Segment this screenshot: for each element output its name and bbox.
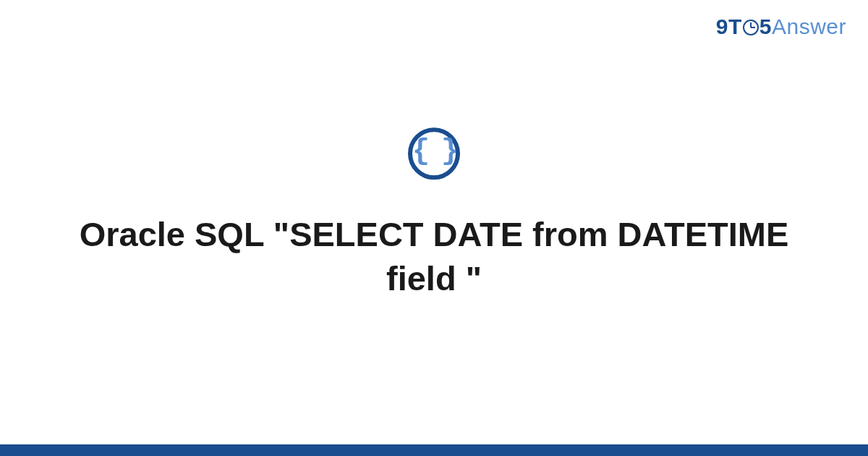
logo-prefix: 9T [716, 14, 742, 38]
footer-bar [0, 444, 868, 456]
main-content: { } Oracle SQL "SELECT DATE from DATETIM… [0, 127, 868, 300]
site-logo: 9T5Answer [716, 14, 846, 39]
page-title: Oracle SQL "SELECT DATE from DATETIME fi… [0, 212, 868, 300]
icon-glyph: { } [412, 138, 456, 166]
code-braces-icon: { } [408, 127, 460, 180]
logo-word: Answer [772, 14, 846, 38]
clock-icon [743, 20, 759, 35]
logo-suffix: 5 [760, 14, 772, 38]
